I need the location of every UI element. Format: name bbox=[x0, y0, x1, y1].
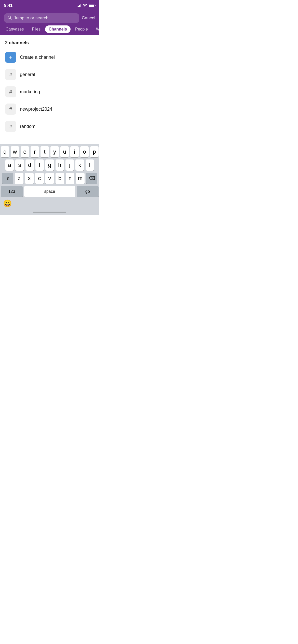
create-channel-item[interactable]: + Create a channel bbox=[4, 49, 95, 66]
channel-hash-icon-random: # bbox=[5, 121, 16, 132]
create-channel-icon: + bbox=[5, 52, 16, 63]
channel-hash-icon-newproject2024: # bbox=[5, 104, 16, 115]
svg-point-0 bbox=[85, 6, 85, 7]
key-k[interactable]: k bbox=[75, 159, 84, 171]
channel-name-general: general bbox=[20, 72, 35, 77]
cancel-button[interactable]: Cancel bbox=[82, 16, 95, 21]
key-c[interactable]: c bbox=[35, 173, 44, 184]
key-n[interactable]: n bbox=[66, 173, 74, 184]
key-j[interactable]: j bbox=[65, 159, 74, 171]
signal-icon bbox=[77, 4, 81, 7]
key-y[interactable]: y bbox=[50, 146, 59, 157]
key-w[interactable]: w bbox=[11, 146, 19, 157]
status-bar: 9:41 bbox=[0, 0, 99, 11]
status-time: 9:41 bbox=[4, 3, 12, 8]
channel-name-random: random bbox=[20, 124, 35, 129]
numbers-key[interactable]: 123 bbox=[1, 186, 23, 197]
content-area: 2 channels + Create a channel # general … bbox=[0, 35, 99, 135]
home-bar bbox=[33, 212, 66, 213]
key-f[interactable]: f bbox=[35, 159, 44, 171]
search-bar-container: Jump to or search... Cancel bbox=[0, 11, 99, 25]
key-e[interactable]: e bbox=[21, 146, 29, 157]
key-d[interactable]: d bbox=[25, 159, 34, 171]
key-p[interactable]: p bbox=[90, 146, 99, 157]
key-b[interactable]: b bbox=[56, 173, 64, 184]
keyboard-row-1: q w e r t y u i o p bbox=[1, 146, 99, 157]
key-a[interactable]: a bbox=[5, 159, 14, 171]
channel-list: + Create a channel # general # marketing… bbox=[0, 49, 99, 135]
key-l[interactable]: l bbox=[86, 159, 94, 171]
tab-channels[interactable]: Channels bbox=[45, 25, 71, 33]
key-x[interactable]: x bbox=[25, 173, 34, 184]
tab-people[interactable]: People bbox=[72, 25, 91, 33]
keyboard: q w e r t y u i o p a s d f g h j k l ⇧ … bbox=[0, 144, 99, 215]
channel-item-general[interactable]: # general bbox=[4, 66, 95, 83]
channel-item-random[interactable]: # random bbox=[4, 118, 95, 135]
home-indicator bbox=[0, 210, 99, 215]
key-s[interactable]: s bbox=[15, 159, 24, 171]
search-icon bbox=[8, 16, 12, 21]
key-z[interactable]: z bbox=[15, 173, 23, 184]
channel-name-marketing: marketing bbox=[20, 89, 40, 95]
tab-canvases[interactable]: Canvases bbox=[2, 25, 27, 33]
key-u[interactable]: u bbox=[60, 146, 69, 157]
key-i[interactable]: i bbox=[70, 146, 79, 157]
keyboard-row-4: 123 space go bbox=[1, 186, 99, 197]
emoji-button[interactable]: 😀 bbox=[3, 199, 12, 208]
svg-line-2 bbox=[10, 18, 12, 20]
search-input-wrapper[interactable]: Jump to or search... bbox=[4, 13, 79, 23]
section-header: 2 channels bbox=[0, 35, 99, 49]
keyboard-row-2: a s d f g h j k l bbox=[1, 159, 99, 171]
tab-files[interactable]: Files bbox=[28, 25, 44, 33]
create-channel-label: Create a channel bbox=[20, 55, 55, 60]
key-o[interactable]: o bbox=[80, 146, 89, 157]
keyboard-row-3: ⇧ z x c v b n m ⌫ bbox=[1, 173, 99, 184]
key-r[interactable]: r bbox=[31, 146, 39, 157]
key-v[interactable]: v bbox=[45, 173, 54, 184]
key-h[interactable]: h bbox=[56, 159, 64, 171]
channel-name-newproject2024: newproject2024 bbox=[20, 107, 52, 112]
backspace-key[interactable]: ⌫ bbox=[86, 173, 97, 184]
shift-key[interactable]: ⇧ bbox=[2, 173, 13, 184]
status-icons bbox=[77, 4, 95, 8]
key-t[interactable]: t bbox=[40, 146, 49, 157]
filter-tabs: Canvases Files Channels People Workflows bbox=[0, 25, 99, 35]
channel-hash-icon-marketing: # bbox=[5, 86, 16, 97]
channel-item-marketing[interactable]: # marketing bbox=[4, 83, 95, 100]
tab-workflows[interactable]: Workflows bbox=[92, 25, 99, 33]
key-q[interactable]: q bbox=[1, 146, 9, 157]
search-placeholder: Jump to or search... bbox=[14, 16, 52, 21]
channel-hash-icon-general: # bbox=[5, 69, 16, 80]
go-key[interactable]: go bbox=[77, 186, 99, 197]
battery-icon bbox=[89, 4, 95, 7]
space-key[interactable]: space bbox=[24, 186, 75, 197]
keyboard-bottom: 😀 bbox=[0, 198, 99, 210]
channel-item-newproject2024[interactable]: # newproject2024 bbox=[4, 100, 95, 118]
key-m[interactable]: m bbox=[76, 173, 85, 184]
wifi-icon bbox=[83, 4, 87, 8]
key-g[interactable]: g bbox=[45, 159, 54, 171]
